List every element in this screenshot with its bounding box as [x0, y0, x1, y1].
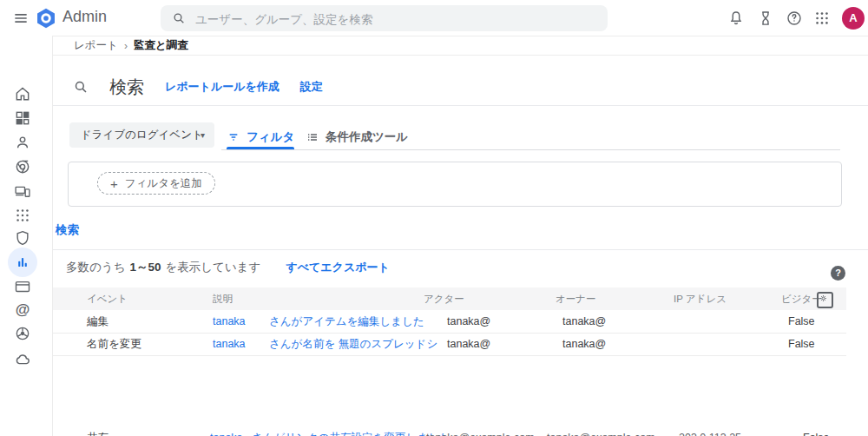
- at-sign: @: [14, 301, 31, 319]
- results-suffix: を表示しています: [165, 260, 260, 275]
- account-avatar[interactable]: A: [842, 7, 865, 30]
- account-at-icon[interactable]: @: [14, 301, 31, 319]
- section-divider: [53, 105, 868, 106]
- results-prefix: 多数のうち: [66, 260, 125, 275]
- cell-event: 共有: [87, 432, 108, 436]
- manage-columns-gear-icon[interactable]: [817, 292, 833, 308]
- devices-icon[interactable]: [14, 182, 31, 200]
- apps-dots-icon[interactable]: [14, 207, 31, 224]
- list-builder-icon: [306, 130, 319, 144]
- settings-link[interactable]: 設定: [300, 79, 323, 95]
- cell-owner: tanaka@: [562, 310, 606, 333]
- log-source-value: ドライブのログイベント: [81, 122, 203, 148]
- results-range: 1～50: [129, 260, 161, 275]
- search-title-icon: [73, 79, 89, 95]
- left-nav-sidebar: @: [0, 36, 52, 436]
- cell-actor: tanaka@: [447, 333, 490, 355]
- column-header-actor: アクター: [424, 287, 464, 310]
- chrome-browser-icon[interactable]: [14, 158, 31, 175]
- page-title: 検索: [109, 76, 144, 99]
- cell-description-user-link[interactable]: tanaka: [213, 333, 246, 355]
- tabs-baseline: [221, 149, 840, 150]
- cell-description-user-link[interactable]: tanaka: [210, 432, 243, 436]
- cell-actor: tanaka@: [447, 310, 490, 333]
- filter-list-icon: [227, 130, 240, 144]
- cell-description-text[interactable]: さんがリンクの共有設定を変更しました: [252, 432, 450, 436]
- cell-visitor: False: [803, 432, 830, 436]
- google-admin-logo-icon: [35, 7, 57, 30]
- table-help-icon[interactable]: ?: [831, 266, 845, 281]
- apps-grid-icon[interactable]: [813, 10, 831, 27]
- tab-filter-label: フィルタ: [247, 129, 294, 145]
- global-search-bar[interactable]: [161, 5, 608, 31]
- table-row-clipped[interactable]: 共有 tanaka さんがリンクの共有設定を変更しました tanaka@exam…: [53, 432, 868, 436]
- dashboard-icon[interactable]: [14, 109, 31, 127]
- column-header-description: 説明: [213, 287, 233, 310]
- breadcrumb-current: 監査と調査: [134, 38, 188, 53]
- product-name: Admin: [62, 8, 107, 26]
- results-summary: 多数のうち 1～50 を表示しています すべてエクスポート: [66, 259, 390, 276]
- plus-icon: +: [110, 176, 118, 191]
- search-section-header: 検索 レポートルールを作成 設定: [73, 75, 323, 99]
- search-submit-link[interactable]: 検索: [56, 222, 79, 238]
- reporting-bar-chart-icon[interactable]: [14, 254, 31, 271]
- tab-condition-builder[interactable]: 条件作成ツール: [306, 127, 408, 148]
- tab-filter[interactable]: フィルタ: [227, 127, 294, 148]
- notifications-bell-icon[interactable]: [727, 10, 745, 27]
- breadcrumb: レポート › 監査と調査: [53, 36, 868, 56]
- top-app-bar: Admin A: [0, 0, 868, 36]
- pending-tasks-hourglass-icon[interactable]: [757, 10, 774, 27]
- storage-cloud-icon[interactable]: [14, 351, 31, 368]
- home-icon[interactable]: [14, 85, 31, 102]
- add-filter-label: フィルタを追加: [125, 176, 202, 191]
- sidebar-divider: [52, 36, 53, 436]
- cell-owner: tanaka@: [562, 333, 606, 355]
- main-menu-icon[interactable]: [12, 10, 30, 27]
- filter-area: + フィルタを追加: [68, 162, 842, 207]
- cell-description-text[interactable]: さんがアイテムを編集しました: [269, 310, 424, 333]
- table-row[interactable]: 名前を変更 tanaka さんが名前を 無題のスプレッドシ tanaka@ ta…: [53, 333, 846, 356]
- cell-ip: 203.0.113.25: [679, 432, 741, 436]
- tab-builder-label: 条件作成ツール: [326, 129, 408, 145]
- cell-description-text[interactable]: さんが名前を 無題のスプレッドシ: [269, 333, 437, 355]
- cell-owner: tanaka@example.com: [547, 432, 655, 436]
- cell-event: 編集: [87, 310, 108, 333]
- cell-visitor: False: [788, 333, 815, 355]
- export-all-link[interactable]: すべてエクスポート: [286, 260, 389, 275]
- create-report-rule-link[interactable]: レポートルールを作成: [165, 79, 279, 95]
- help-icon[interactable]: [786, 10, 803, 27]
- column-header-ip: IP アドレス: [674, 287, 727, 310]
- main-content: 検索 レポートルールを作成 設定 ドライブのログイベント ▾ フィルタ 条件作成…: [0, 0, 868, 436]
- billing-card-icon[interactable]: [14, 278, 31, 295]
- cell-event: 名前を変更: [87, 333, 141, 355]
- results-divider: [53, 249, 868, 250]
- cell-actor: tanaka@example.com: [426, 432, 535, 436]
- search-icon: [172, 11, 186, 25]
- table-row[interactable]: 編集 tanaka さんがアイテムを編集しました tanaka@ tanaka@…: [53, 310, 846, 334]
- chevron-down-icon: ▾: [201, 122, 205, 148]
- security-shield-icon[interactable]: [14, 229, 31, 247]
- add-filter-button[interactable]: + フィルタを追加: [97, 172, 215, 195]
- table-header-row: イベント 説明 アクター オーナー IP アドレス ビジター: [53, 287, 846, 310]
- cell-description-user-link[interactable]: tanaka: [213, 310, 246, 333]
- log-source-dropdown[interactable]: ドライブのログイベント ▾: [69, 122, 214, 148]
- global-search-input[interactable]: [194, 5, 596, 33]
- column-header-owner: オーナー: [556, 287, 596, 310]
- column-header-event: イベント: [87, 287, 128, 310]
- directory-person-icon[interactable]: [14, 134, 31, 151]
- breadcrumb-separator-icon: ›: [124, 40, 128, 52]
- cell-visitor: False: [788, 310, 815, 333]
- column-header-visitor: ビジター: [781, 287, 822, 310]
- domains-globe-icon[interactable]: [14, 325, 31, 342]
- breadcrumb-parent[interactable]: レポート: [74, 38, 118, 53]
